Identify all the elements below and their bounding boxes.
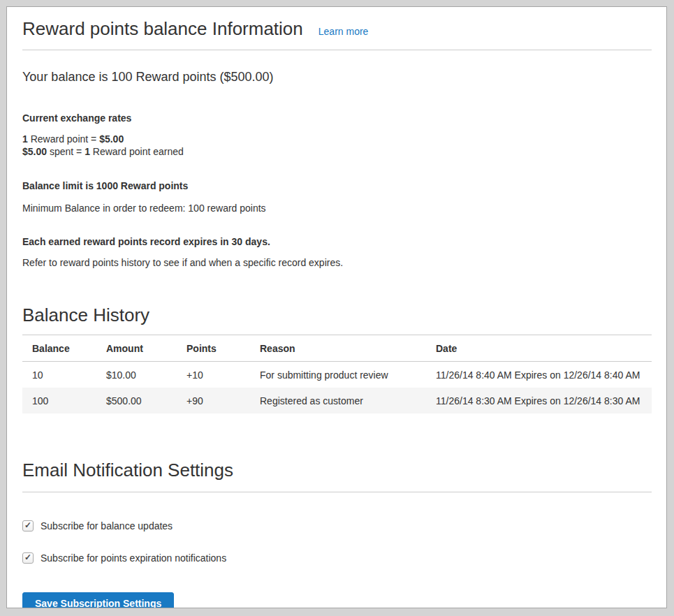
balance-limit: Balance limit is 1000 Reward points	[22, 180, 652, 191]
column-header: Date	[426, 335, 652, 362]
rate-segment: 1	[85, 146, 90, 157]
balance-summary: Your balance is 100 Reward points ($500.…	[22, 70, 652, 85]
balance-updates-option: ✓ Subscribe for balance updates	[22, 520, 652, 531]
expiry-note: Refer to reward points history to see if…	[22, 257, 652, 268]
header-divider	[22, 50, 652, 50]
rate-segment: $5.00	[99, 133, 124, 145]
table-cell: $10.00	[96, 362, 177, 388]
table-cell: $500.00	[96, 388, 177, 413]
exchange-rates-heading: Current exchange rates	[22, 112, 652, 124]
check-icon: ✓	[24, 553, 31, 562]
save-subscription-button[interactable]: Save Subscription Settings	[22, 592, 174, 608]
column-header: Amount	[96, 335, 177, 362]
expiration-notifications-option: ✓ Subscribe for points expiration notifi…	[22, 552, 652, 564]
rate-segment: $5.00	[22, 146, 47, 157]
email-settings-heading: Email Notification Settings	[22, 460, 652, 481]
balance-updates-checkbox[interactable]: ✓	[22, 520, 34, 531]
reward-points-panel: Reward points balance Information Learn …	[6, 6, 667, 608]
table-row: 100$500.00+90Registered as customer11/26…	[22, 388, 652, 413]
expiry-statement: Each earned reward points record expires…	[22, 236, 652, 247]
check-icon: ✓	[24, 521, 31, 529]
table-header: BalanceAmountPointsReasonDate	[22, 335, 652, 362]
table-cell: Registered as customer	[250, 388, 426, 413]
table-cell: 11/26/14 8:40 AM Expires on 12/26/14 8:4…	[426, 362, 652, 388]
balance-history-heading: Balance History	[22, 305, 652, 326]
column-header: Reason	[250, 335, 426, 362]
email-settings-divider	[22, 492, 652, 492]
table-cell: 10	[22, 362, 96, 388]
rate-segment: 1	[22, 133, 28, 145]
rate-segment: Reward point =	[28, 133, 99, 145]
minimum-balance: Minimum Balance in order to redeem: 100 …	[22, 203, 652, 214]
table-cell: For submitting product review	[250, 362, 426, 388]
table-cell: 11/26/14 8:30 AM Expires on 12/26/14 8:3…	[426, 388, 652, 413]
rate-currency-to-points: $5.00 spent = 1 Reward point earned	[22, 145, 652, 158]
rate-points-to-currency: 1 Reward point = $5.00	[22, 133, 652, 145]
table-cell: +90	[177, 388, 250, 413]
table-cell: +10	[177, 362, 250, 388]
exchange-rates: 1 Reward point = $5.00 $5.00 spent = 1 R…	[22, 133, 652, 158]
expiration-notifications-checkbox[interactable]: ✓	[22, 552, 34, 564]
column-header: Points	[177, 335, 250, 362]
balance-updates-label: Subscribe for balance updates	[41, 520, 173, 531]
balance-history-table: BalanceAmountPointsReasonDate 10$10.00+1…	[22, 335, 652, 413]
rate-segment: spent =	[47, 146, 85, 157]
table-cell: 100	[22, 388, 96, 413]
page-title: Reward points balance Information	[22, 18, 303, 40]
learn-more-link[interactable]: Learn more	[318, 26, 369, 37]
rate-segment: Reward point earned	[90, 146, 184, 157]
table-row: 10$10.00+10For submitting product review…	[22, 362, 652, 388]
column-header: Balance	[22, 335, 96, 362]
expiration-notifications-label: Subscribe for points expiration notifica…	[41, 552, 226, 564]
page-header: Reward points balance Information Learn …	[22, 18, 652, 40]
